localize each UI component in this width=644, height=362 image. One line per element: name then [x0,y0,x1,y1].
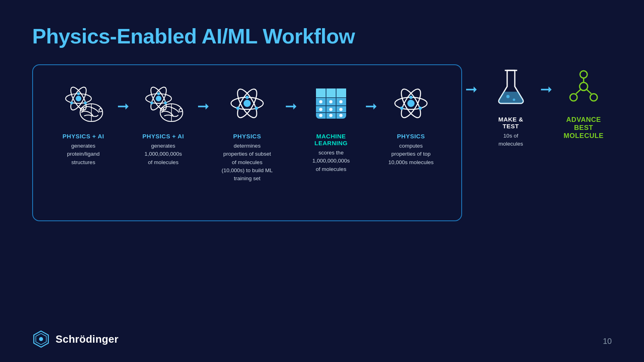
svg-point-60 [590,94,597,101]
step-1-label: PHYSICS + AI [62,133,104,140]
step-4-desc: scores the1,000,000,000sof molecules [312,149,350,173]
step-5-desc: computesproperties of top10,000s molecul… [388,142,434,167]
footer: Schrödinger [32,330,118,348]
svg-point-39 [329,100,332,103]
step-1-desc: generatesprotein/ligandstructures [67,142,99,167]
svg-point-41 [319,108,322,111]
step-6: MAKE &TEST 10s ofmolecules [485,64,537,148]
step-6-desc: 10s ofmolecules [499,132,523,148]
svg-point-6 [84,102,87,105]
schrodinger-logo [32,330,50,348]
svg-point-44 [319,114,322,117]
step-1-icon-area [61,81,105,125]
svg-point-10 [99,109,102,112]
step-3-label: PHYSICS [233,133,261,140]
arrow-2: ➞ [197,81,209,113]
step-3-icon-area [229,81,265,125]
svg-point-40 [339,100,343,103]
svg-point-16 [150,102,153,105]
svg-point-0 [76,96,81,101]
workflow-box: PHYSICS + AI generatesprotein/ligandstru… [32,64,462,221]
step-4-icon-area [314,81,348,125]
svg-point-66 [39,337,43,341]
svg-point-27 [236,107,239,110]
svg-point-21 [179,109,182,112]
slide: Physics-Enabled AI/ML Workflow [0,0,644,362]
step-6-icon-area [496,64,526,109]
svg-point-42 [329,108,332,111]
svg-point-51 [409,96,413,99]
step-5-label: PHYSICS [397,133,425,140]
svg-rect-32 [316,88,346,99]
svg-point-4 [77,93,80,95]
step-7: ADVANCEBESTMOLECULE [555,64,612,142]
svg-point-17 [164,102,167,105]
step-3: PHYSICS determinesproperties of subsetof… [213,81,281,183]
svg-point-43 [339,108,343,111]
svg-point-55 [506,95,510,98]
arrow-4: ➞ [365,81,377,113]
step-2-icon-area [141,81,186,125]
svg-point-22 [244,100,251,107]
step-2: PHYSICS + AI generates1,000,000,000sof m… [133,81,194,167]
arrow-6: ➞ [540,64,552,97]
svg-point-56 [513,99,515,101]
svg-point-45 [329,114,332,117]
arrow-5: ➞ [465,64,477,97]
arrow-1: ➞ [117,81,129,113]
step-4: MACHINELEARNING scores the1,000,000,000s… [301,81,361,173]
svg-point-15 [157,93,160,95]
svg-point-5 [70,102,73,105]
physics-ai-icon-2 [141,83,186,123]
step-7-label: ADVANCEBESTMOLECULE [564,116,603,140]
arrow-3: ➞ [285,81,297,113]
flask-icon [496,68,526,105]
svg-point-11 [156,96,161,101]
svg-point-38 [319,100,322,103]
step-3-desc: determinesproperties of subsetof molecul… [222,142,273,183]
step-5: PHYSICS computesproperties of top10,000s… [381,81,441,167]
physics-icon [229,85,265,121]
step-2-label: PHYSICS + AI [142,133,184,140]
outside-steps: MAKE &TEST 10s ofmolecules ➞ [485,64,612,148]
step-1: PHYSICS + AI generatesprotein/ligandstru… [53,81,114,167]
step-6-label: MAKE &TEST [498,116,523,130]
svg-line-63 [586,89,591,94]
ml-icon [314,86,348,121]
svg-point-59 [570,94,577,101]
svg-line-62 [576,89,581,94]
step-7-icon-area [566,64,602,109]
svg-point-53 [419,107,422,110]
svg-point-28 [255,107,258,110]
page-number: 10 [603,337,612,346]
company-name: Schrödinger [56,333,118,346]
svg-point-58 [580,71,587,78]
physics-ai-icon-1 [61,83,105,123]
svg-point-46 [339,114,343,117]
step-2-desc: generates1,000,000,000sof molecules [144,142,182,167]
step-4-label: MACHINELEARNING [314,133,347,146]
physics-icon-2 [393,85,429,121]
svg-point-26 [246,96,249,99]
svg-point-52 [400,107,403,110]
molecule-icon [566,68,602,105]
svg-point-47 [407,100,415,107]
page-title: Physics-Enabled AI/ML Workflow [32,24,612,48]
step-5-icon-area [393,81,429,125]
